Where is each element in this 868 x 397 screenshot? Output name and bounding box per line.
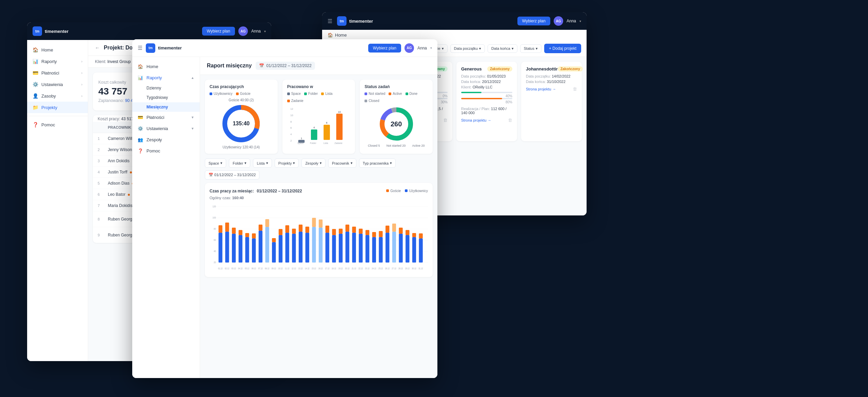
chevron-down-icon-u: ▼ xyxy=(191,127,194,130)
help-icon: ❓ xyxy=(33,122,38,127)
svg-text:06.12: 06.12 xyxy=(252,267,256,270)
proj-progress-3: 40% 80% xyxy=(461,92,512,104)
delete-proj-2[interactable]: 🗑 xyxy=(443,118,448,123)
nav-tygodniowy[interactable]: Tygodniowy xyxy=(132,93,200,102)
svg-text:11.12: 11.12 xyxy=(285,267,290,270)
sidebar-label-zasoby: Zasoby xyxy=(41,93,78,99)
reports-content: Raport misięczny 📅 01/12/2022 – 31/12/20… xyxy=(200,57,437,378)
header-right-3: Wybierz plan AG Anna ▾ xyxy=(517,16,581,26)
sidebar-item-platnosci[interactable]: 💳 Płatności › xyxy=(27,67,88,79)
choose-plan-button[interactable]: Wybierz plan xyxy=(202,27,235,36)
svg-text:03.12: 03.12 xyxy=(232,267,236,270)
svg-rect-74 xyxy=(339,234,342,263)
delete-proj-3[interactable]: 🗑 xyxy=(508,118,512,123)
svg-text:13.12: 13.12 xyxy=(298,267,303,270)
nav-ustawienia-label: Ustawienia xyxy=(146,126,168,131)
nav-dzienny[interactable]: Dzienny xyxy=(132,83,200,93)
filter-typ[interactable]: Typ pracownika ▾ xyxy=(359,159,396,168)
svg-text:19.12: 19.12 xyxy=(338,267,343,270)
svg-rect-79 xyxy=(352,227,356,233)
sidebar-item-home[interactable]: 🏠 Home xyxy=(27,44,88,56)
svg-text:27.12: 27.12 xyxy=(392,267,396,270)
svg-rect-85 xyxy=(372,232,376,237)
svg-text:4: 4 xyxy=(290,133,292,136)
sidebar-item-raporty[interactable]: 📊 Raporty › xyxy=(27,56,88,67)
add-project-button[interactable]: + Dodaj projekt xyxy=(544,44,581,53)
filter-date[interactable]: 📅 01/12/2022 – 31/12/2022 xyxy=(205,170,259,180)
svg-text:10: 10 xyxy=(338,110,341,113)
hamburger-icon-3[interactable]: ☰ xyxy=(328,18,332,24)
proj-link-4[interactable]: Strona projektu → xyxy=(526,87,556,91)
sidebar-item-ustawienia[interactable]: ⚙️ Ustawienia › xyxy=(27,79,88,90)
sidebar-item-zasoby[interactable]: 👤 Zasoby › xyxy=(27,90,88,102)
time-donut: 135:40 xyxy=(221,103,261,144)
chevron-up-icon: ▲ xyxy=(191,76,194,80)
sidebar-item-projekty[interactable]: 📁 Projekty xyxy=(27,102,88,113)
cost-value: 43 757 xyxy=(98,86,137,97)
filter-data-poczatku[interactable]: Data początku ▾ xyxy=(450,44,485,53)
home-label-3[interactable]: Home xyxy=(335,33,347,38)
legend-closed: Closed xyxy=(364,99,379,103)
filter-space[interactable]: Space ▾ xyxy=(205,159,226,168)
filter-projekty[interactable]: Projekty ▾ xyxy=(275,159,299,168)
svg-text:22.12: 22.12 xyxy=(358,267,363,270)
nav-ustawienia[interactable]: ⚙️ Ustawienia ▼ xyxy=(132,123,200,134)
svg-text:12: 12 xyxy=(290,107,293,110)
svg-rect-63 xyxy=(299,225,302,232)
filter-status[interactable]: Status ▾ xyxy=(520,44,541,53)
svg-rect-73 xyxy=(332,229,336,235)
sidebar-item-pomoc[interactable]: ❓ Pomoc xyxy=(27,119,88,130)
chart-pracowano: Pracowano w Space Folder Lista xyxy=(282,80,355,154)
svg-rect-58 xyxy=(285,233,289,263)
home-icon-3: 🏠 xyxy=(328,33,333,38)
time-section: Czas pracy za miesiąc: 01/12/2022 – 31/1… xyxy=(200,183,437,282)
hamburger-icon[interactable]: ☰ xyxy=(138,45,142,51)
svg-text:02.12: 02.12 xyxy=(225,267,230,270)
logo-icon-2: tm xyxy=(146,43,155,53)
svg-rect-46 xyxy=(245,237,249,263)
chevron-dk: ▾ xyxy=(512,46,514,51)
guests-sub-label: Goście 40:00 (2) xyxy=(210,98,273,102)
choose-plan-button-3[interactable]: Wybierz plan xyxy=(517,17,550,25)
filter-folder[interactable]: Folder ▾ xyxy=(229,159,250,168)
svg-rect-56 xyxy=(279,235,282,263)
nav-pomoc[interactable]: ❓ Pomoc xyxy=(132,145,200,156)
svg-text:80: 80 xyxy=(214,227,216,230)
svg-text:23.12: 23.12 xyxy=(365,267,370,270)
proj-link-3[interactable]: Strona projektu → xyxy=(461,118,491,122)
chevron-down-icon: ▾ xyxy=(264,29,266,33)
chart-status: Status zadań Not started Active Done xyxy=(360,80,433,154)
delete-proj-4[interactable]: 🗑 xyxy=(573,86,577,91)
svg-text:Lista: Lista xyxy=(323,142,328,144)
filter-pracownik[interactable]: Pracownik ▾ xyxy=(328,159,356,168)
nav-home-label: Home xyxy=(146,64,158,69)
time-section-title: Czas pracy za miesiąc: xyxy=(210,189,254,193)
chevron-pracownik: ▾ xyxy=(351,161,353,165)
proj-title-generous: Generous xyxy=(461,66,482,71)
svg-rect-70 xyxy=(326,233,329,263)
avatar-2: AG xyxy=(405,43,414,53)
status-total: 260 xyxy=(391,120,402,128)
choose-plan-button-2[interactable]: Wybierz plan xyxy=(368,44,401,53)
filter-lista[interactable]: Lista ▾ xyxy=(253,159,272,168)
nav-platnosci[interactable]: 💳 Płatności ▼ xyxy=(132,112,200,123)
svg-rect-41 xyxy=(225,223,229,232)
nav-home[interactable]: 🏠 Home xyxy=(132,61,200,72)
proj-badge-3: Zakończony xyxy=(487,66,512,71)
nav-raporty[interactable]: 📊 Raporty ▲ xyxy=(132,72,200,83)
nav-miesieczny[interactable]: Miesięczny xyxy=(132,102,200,112)
filter-data-konca[interactable]: Data końca ▾ xyxy=(488,44,517,53)
svg-rect-54 xyxy=(272,242,276,263)
svg-rect-81 xyxy=(359,229,362,234)
filter-zespoly[interactable]: Zespoły ▾ xyxy=(301,159,326,168)
svg-rect-71 xyxy=(326,226,329,233)
logo: tm timementer xyxy=(33,26,68,36)
svg-text:Folder: Folder xyxy=(310,142,316,144)
cost-info: Koszt całkowity 43 757 Zaplanowano: 90 4… xyxy=(98,80,137,103)
svg-rect-49 xyxy=(252,233,256,238)
nav-zespoly[interactable]: 👥 Zespoły xyxy=(132,134,200,145)
svg-rect-86 xyxy=(379,237,382,263)
date-range-badge[interactable]: 📅 01/12/2022 – 31/12/2022 xyxy=(256,62,315,70)
proj-card-johannesdottir: Johannesdottir Zakończony Data początku:… xyxy=(521,62,582,141)
back-button[interactable]: ← xyxy=(95,45,100,50)
